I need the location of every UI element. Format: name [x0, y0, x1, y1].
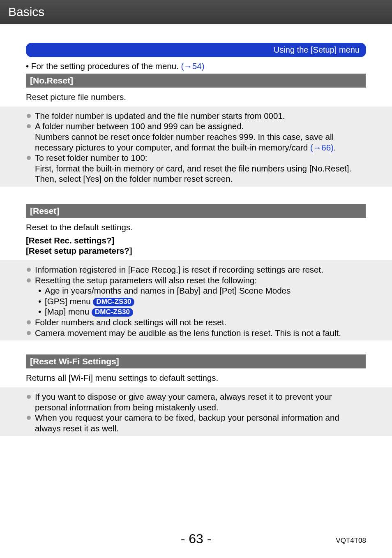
content-area: Using the [Setup] menu • For the setting…	[0, 43, 392, 436]
intro-link[interactable]: (→54)	[181, 61, 205, 71]
page-root: Basics Using the [Setup] menu • For the …	[0, 0, 392, 558]
bullet: The folder number is updated and the fil…	[26, 111, 366, 121]
text: Numbers cannot be reset once folder numb…	[35, 132, 334, 152]
bullet-cont: Numbers cannot be reset once folder numb…	[26, 132, 366, 153]
intro-prefix: • For the setting procedures of the menu…	[26, 61, 181, 71]
reset-bullets: Information registered in [Face Recog.] …	[0, 260, 392, 340]
section-header-wifi: [Reset Wi-Fi Settings]	[26, 354, 366, 368]
model-badge: DMC-ZS30	[92, 308, 133, 317]
section-title: [Reset Wi-Fi Settings]	[30, 357, 119, 366]
section-header-no-reset: [No.Reset]	[26, 74, 366, 88]
bullet: Information registered in [Face Recog.] …	[26, 264, 366, 275]
bullet: When you request your camera to be fixed…	[26, 412, 366, 433]
reset-bold2: [Reset setup parameters?]	[26, 245, 366, 256]
sub-bullet: [GPS] menu DMC-ZS30	[26, 296, 366, 307]
bullet: If you want to dispose or give away your…	[26, 391, 366, 412]
bullet: To reset folder number to 100:	[26, 153, 366, 163]
wifi-desc: Returns all [Wi-Fi] menu settings to def…	[26, 373, 366, 383]
bullet-cont: First, format the built-in memory or car…	[26, 163, 366, 184]
page-number: - 63 -	[181, 531, 212, 546]
sub-bullet: Age in years/months and names in [Baby] …	[26, 285, 366, 296]
reset-bold1: [Reset Rec. settings?]	[26, 235, 366, 246]
text: [GPS] menu	[45, 296, 93, 306]
no-reset-desc: Reset picture file numbers.	[26, 92, 366, 102]
model-badge: DMC-ZS30	[93, 298, 134, 306]
section-title: [Reset]	[30, 206, 59, 215]
section-banner: Using the [Setup] menu	[26, 43, 366, 57]
intro-line: • For the setting procedures of the menu…	[26, 61, 366, 71]
no-reset-bullets: The folder number is updated and the fil…	[0, 107, 392, 187]
bullet: Resetting the setup parameters will also…	[26, 275, 366, 286]
footer: - 63 - VQT4T08	[0, 531, 392, 546]
chapter-header: Basics	[0, 0, 392, 24]
section-header-reset: [Reset]	[26, 204, 366, 218]
bullet: Camera movement may be audible as the le…	[26, 328, 366, 338]
section-title: [No.Reset]	[30, 76, 73, 85]
sub-bullet: [Map] menu DMC-ZS30	[26, 306, 366, 317]
bullet: Folder numbers and clock settings will n…	[26, 317, 366, 328]
text: .	[334, 143, 336, 152]
text: [Map] menu	[45, 307, 92, 316]
link[interactable]: (→66)	[310, 143, 334, 152]
doc-id: VQT4T08	[336, 537, 366, 545]
chapter-title: Basics	[8, 5, 44, 19]
reset-desc: Reset to the default settings.	[26, 222, 366, 233]
bullet: A folder number between 100 and 999 can …	[26, 121, 366, 132]
wifi-bullets: If you want to dispose or give away your…	[0, 387, 392, 436]
banner-text: Using the [Setup] menu	[274, 45, 360, 54]
